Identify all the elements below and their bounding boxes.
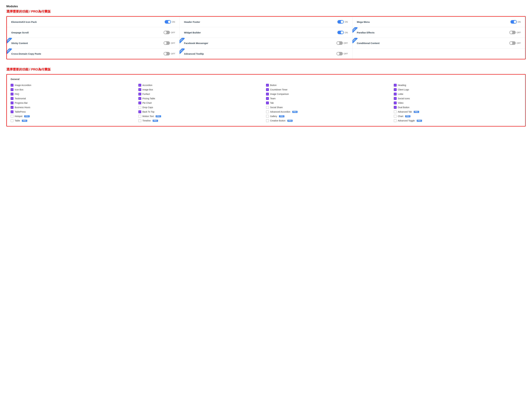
list-item: ✓ Client Logo <box>394 87 522 92</box>
toggle-container[interactable]: ON <box>165 20 175 24</box>
widget-label: Advanced Toggle <box>398 119 415 122</box>
toggle-container[interactable]: ON <box>510 20 521 24</box>
checkbox-tab[interactable]: ✓ <box>266 102 269 104</box>
modules-section: Modules 選擇需要的功能 / PRO為付費版 ElementsKit Ic… <box>6 5 526 59</box>
list-item: ✓ Image Comparison <box>266 92 394 96</box>
widget-label: Heading <box>398 84 406 86</box>
checkbox-dual-button[interactable]: ✓ <box>394 106 397 109</box>
checkbox-heading[interactable]: ✓ <box>394 84 397 87</box>
toggle-container[interactable]: ON <box>337 20 348 24</box>
checkbox-social-icons[interactable]: ✓ <box>394 97 397 100</box>
checkbox-pie-chart[interactable]: ✓ <box>138 102 141 104</box>
toggle-on[interactable] <box>510 20 517 24</box>
checkbox-table[interactable] <box>11 119 14 122</box>
list-item: ✓ Pie Chart <box>138 101 266 105</box>
checkbox-timeline[interactable] <box>138 119 141 122</box>
checkbox-testimonial[interactable]: ✓ <box>11 97 14 100</box>
module-cell-cross-domain-copy-paste: Cross-Domain Copy Paste OFF <box>7 49 180 59</box>
toggle-off[interactable] <box>509 31 516 34</box>
pro-ribbon <box>180 38 186 44</box>
checkbox-pricing-table[interactable]: ✓ <box>138 97 141 100</box>
checkbox-lottie[interactable]: ✓ <box>394 93 397 95</box>
checkbox-advanced-toggle[interactable] <box>394 119 397 122</box>
module-name: Parallax Effects <box>357 31 375 34</box>
pro-ribbon <box>7 49 14 55</box>
pro-badge: PRO <box>405 115 410 117</box>
checkbox-progress-bar[interactable]: ✓ <box>11 102 14 104</box>
toggle-off[interactable] <box>337 52 343 55</box>
list-item: ✓ Social Icons <box>394 96 522 101</box>
toggle-container[interactable]: OFF <box>164 41 175 45</box>
toggle-off[interactable] <box>164 52 170 55</box>
checkbox-funfact[interactable]: ✓ <box>138 93 141 95</box>
toggle-on[interactable] <box>337 20 344 24</box>
checkbox-business-hours[interactable]: ✓ <box>11 106 14 109</box>
toggle-on[interactable] <box>165 20 171 24</box>
widgets-box: General ✓ Image Accordion ✓ Icon Box ✓ F… <box>6 74 526 127</box>
checkbox-image-accordion[interactable]: ✓ <box>11 84 14 87</box>
checkbox-image-comparison[interactable]: ✓ <box>266 93 269 95</box>
checkbox-team[interactable]: ✓ <box>266 97 269 100</box>
list-item: Timeline PRO <box>138 118 266 123</box>
checkbox-countdown-timer[interactable]: ✓ <box>266 88 269 91</box>
checkbox-client-logo[interactable]: ✓ <box>394 88 397 91</box>
toggle-off[interactable] <box>164 41 170 45</box>
toggle-container[interactable]: OFF <box>337 52 348 55</box>
checkbox-creative-button[interactable] <box>266 119 269 122</box>
module-cell-onepage-scroll: Onepage Scroll OFF <box>7 27 180 38</box>
checkbox-gallery[interactable] <box>266 115 269 118</box>
toggle-container[interactable]: OFF <box>164 31 175 34</box>
widget-label: FAQ <box>15 93 19 95</box>
toggle-container[interactable]: ON <box>337 31 348 34</box>
checkbox-tablepress[interactable]: ✓ <box>11 110 14 113</box>
widget-label: Timeline <box>142 119 151 122</box>
widget-label: Gallery <box>270 115 277 118</box>
toggle-off[interactable] <box>164 31 170 34</box>
pro-badge: PRO <box>279 115 284 117</box>
checkbox-advanced-accordion[interactable] <box>266 110 269 113</box>
widget-label: Image Box <box>142 88 153 91</box>
pro-badge: PRO <box>292 111 298 113</box>
checkbox-motion-text[interactable] <box>138 115 141 118</box>
checkbox-button[interactable]: ✓ <box>266 84 269 87</box>
checkbox-advanced-tab[interactable] <box>394 110 397 113</box>
module-name: Onepage Scroll <box>11 31 29 34</box>
checkbox-chart[interactable] <box>394 115 397 118</box>
pro-ribbon <box>7 38 14 44</box>
list-item: Hotspot PRO <box>11 114 138 118</box>
toggle-off[interactable] <box>509 41 516 45</box>
list-item: ✓ Image Box <box>138 87 266 92</box>
toggle-container[interactable]: OFF <box>509 41 521 45</box>
module-name: Facebook Messenger <box>184 42 208 44</box>
toggle-container[interactable]: OFF <box>337 41 348 45</box>
toggle-container[interactable]: OFF <box>509 31 521 34</box>
list-item: Chart PRO <box>394 114 522 118</box>
widget-label: Advanced Tab <box>398 111 412 113</box>
checkbox-video[interactable]: ✓ <box>394 102 397 104</box>
modules-row-1: ElementsKit Icon Pack ON Header Footer O… <box>7 17 525 27</box>
widget-label: Image Comparison <box>270 93 289 95</box>
toggle-container[interactable]: OFF <box>164 52 175 55</box>
checkbox-drop-caps[interactable] <box>138 106 141 109</box>
checkbox-icon-box[interactable]: ✓ <box>11 88 14 91</box>
checkbox-faq[interactable]: ✓ <box>11 93 14 95</box>
general-label: General <box>11 78 521 80</box>
checkbox-back-to-top[interactable]: ✓ <box>138 110 141 113</box>
checkbox-hotspot[interactable] <box>11 115 14 118</box>
toggle-on[interactable] <box>337 31 344 34</box>
module-name: ElementsKit Icon Pack <box>11 21 37 23</box>
widget-label: Countdown Timer <box>270 88 288 91</box>
checkbox-accordion[interactable]: ✓ <box>138 84 141 87</box>
list-item: ✓ Heading <box>394 83 522 87</box>
module-cell-facebook-messenger: Facebook Messenger OFF <box>180 38 352 48</box>
list-item: Social Share <box>266 105 394 110</box>
toggle-off[interactable] <box>337 41 343 45</box>
list-item: ✓ FAQ <box>11 92 138 96</box>
checkbox-image-box[interactable]: ✓ <box>138 88 141 91</box>
list-item: Gallery PRO <box>266 114 394 118</box>
toggle-label: ON <box>518 21 521 23</box>
checkbox-social-share[interactable] <box>266 106 269 109</box>
toggle-label: ON <box>345 21 348 23</box>
toggle-label: OFF <box>171 42 175 44</box>
section-subtitle-2: 選擇需要的功能 / PRO為付費版 <box>6 67 526 72</box>
